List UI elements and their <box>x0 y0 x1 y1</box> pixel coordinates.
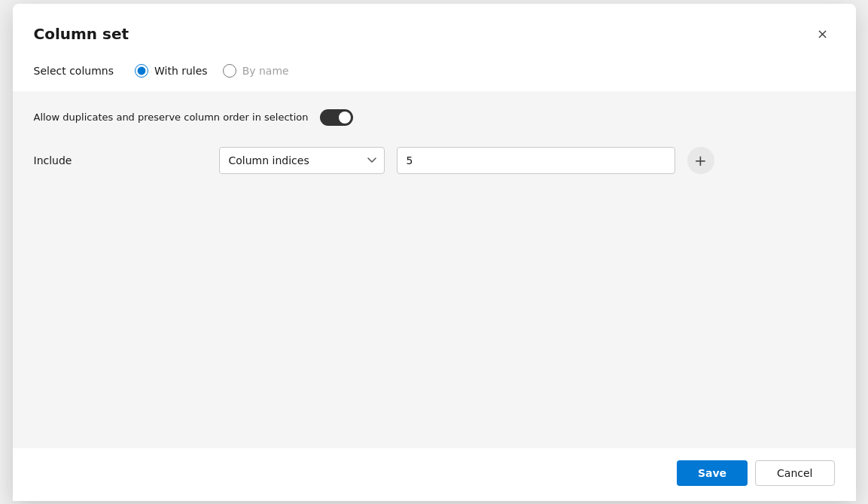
dialog-footer: Save Cancel <box>13 448 856 501</box>
include-label: Include <box>34 154 207 166</box>
dialog-title: Column set <box>34 25 129 43</box>
select-columns-label: Select columns <box>34 65 114 77</box>
radio-by-name[interactable] <box>223 64 236 78</box>
include-row: Include Column indices Column names Colu… <box>34 147 835 174</box>
add-icon: + <box>694 151 707 170</box>
column-type-dropdown[interactable]: Column indices Column names Column types <box>219 147 385 174</box>
close-icon: × <box>817 26 828 41</box>
save-button[interactable]: Save <box>677 460 748 486</box>
radio-with-rules-label: With rules <box>154 65 208 77</box>
radio-option-by-name[interactable]: By name <box>223 64 289 78</box>
allow-duplicates-row: Allow duplicates and preserve column ord… <box>34 109 835 126</box>
dialog-header: Column set × <box>13 4 856 58</box>
allow-duplicates-label: Allow duplicates and preserve column ord… <box>34 111 309 123</box>
content-area: Allow duplicates and preserve column ord… <box>13 91 856 448</box>
add-button[interactable]: + <box>687 147 714 174</box>
radio-group: With rules By name <box>135 64 289 78</box>
radio-option-with-rules[interactable]: With rules <box>135 64 208 78</box>
toggle-slider <box>320 109 353 126</box>
dropdown-wrapper: Column indices Column names Column types <box>219 147 385 174</box>
radio-with-rules[interactable] <box>135 64 148 78</box>
radio-by-name-label: By name <box>242 65 289 77</box>
select-columns-row: Select columns With rules By name <box>13 58 856 91</box>
value-input[interactable] <box>397 147 675 174</box>
close-button[interactable]: × <box>811 22 835 46</box>
allow-duplicates-toggle[interactable] <box>320 109 353 126</box>
column-set-dialog: Column set × Select columns With rules B… <box>13 4 856 501</box>
cancel-button[interactable]: Cancel <box>755 460 834 486</box>
